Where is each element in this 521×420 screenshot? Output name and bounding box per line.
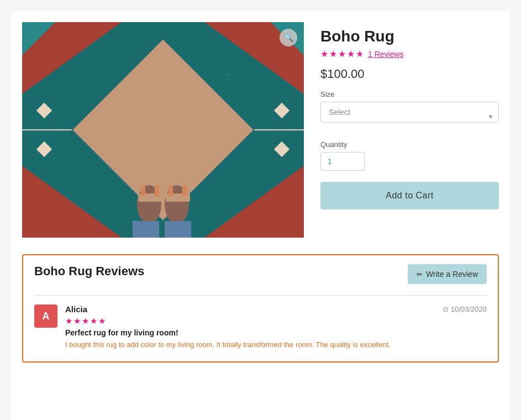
svg-rect-22: [155, 185, 159, 196]
page-container: ↄ ⌐ 🔍: [11, 11, 510, 420]
reviewer-name: Alicia: [65, 305, 87, 314]
zoom-button[interactable]: 🔍: [280, 29, 297, 46]
size-select-wrapper: Select Small Medium Large ▾: [320, 102, 499, 132]
product-stars-row: ★★★★★ 1 Reviews: [320, 49, 499, 59]
reviews-section: Boho Rug Reviews ✏ Write a Review A Alic…: [22, 254, 499, 363]
avatar-letter: A: [43, 311, 50, 322]
clock-icon: ⊙: [443, 305, 449, 313]
svg-rect-24: [182, 185, 187, 196]
reviews-divider: [34, 295, 487, 296]
size-label: Size: [320, 90, 499, 98]
add-to-cart-button[interactable]: Add to Cart: [320, 182, 499, 209]
review-body: I bought this rug to add color to my liv…: [65, 339, 487, 350]
product-title: Boho Rug: [320, 28, 499, 45]
write-icon: ✏: [417, 270, 423, 279]
product-image-wrapper: ↄ ⌐ 🔍: [22, 22, 304, 238]
product-stars: ★★★★★: [320, 49, 365, 59]
reviews-header: Boho Rug Reviews ✏ Write a Review: [34, 264, 487, 284]
review-date-value: 10/03/2020: [451, 305, 487, 313]
product-details: Boho Rug ★★★★★ 1 Reviews $100.00 Size Se…: [320, 22, 499, 238]
reviews-title: Boho Rug Reviews: [34, 264, 144, 279]
reviewer-avatar: A: [34, 305, 57, 328]
svg-rect-25: [133, 221, 159, 238]
review-top-row: Alicia ⊙ 10/03/2020: [65, 305, 487, 314]
svg-rect-26: [165, 221, 191, 238]
size-select[interactable]: Select Small Medium Large: [320, 102, 499, 123]
quantity-label: Quantity: [320, 140, 499, 149]
product-price: $100.00: [320, 67, 499, 81]
product-section: ↄ ⌐ 🔍: [22, 22, 499, 238]
review-stars: ★★★★★: [65, 316, 487, 326]
write-review-label: Write a Review: [426, 270, 478, 279]
svg-rect-21: [141, 185, 145, 196]
svg-text:⌐: ⌐: [227, 70, 231, 79]
review-date: ⊙ 10/03/2020: [443, 305, 487, 313]
write-review-button[interactable]: ✏ Write a Review: [408, 264, 487, 284]
review-item: A Alicia ⊙ 10/03/2020 ★★★★★ Perfect rug …: [34, 305, 487, 350]
product-review-count[interactable]: 1 Reviews: [368, 50, 404, 59]
review-content: Alicia ⊙ 10/03/2020 ★★★★★ Perfect rug fo…: [65, 305, 487, 350]
review-headline: Perfect rug for my living room!: [65, 328, 487, 337]
zoom-icon: 🔍: [284, 33, 293, 42]
product-image: ↄ ⌐: [22, 22, 304, 238]
svg-rect-23: [169, 185, 173, 196]
quantity-input[interactable]: [320, 152, 365, 171]
